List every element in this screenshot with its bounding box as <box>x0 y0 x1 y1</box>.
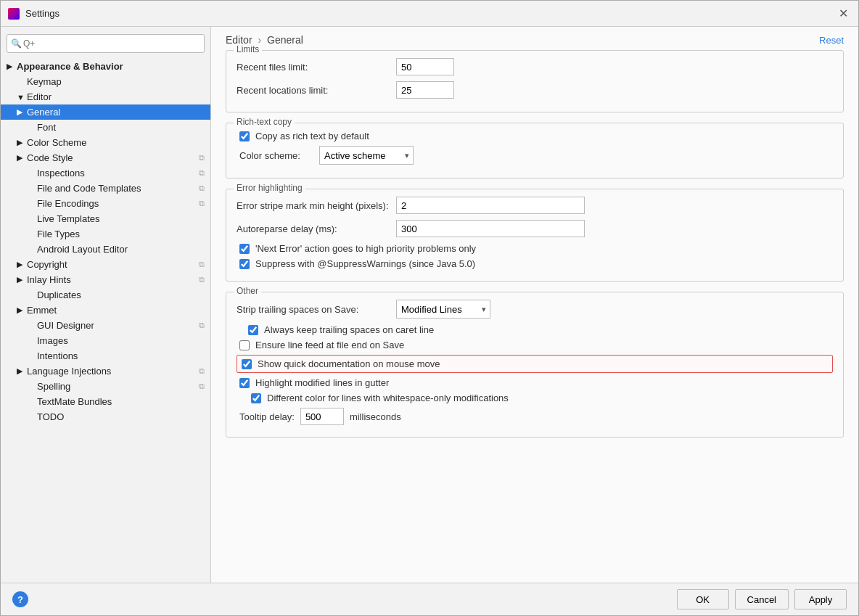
next-error-checkbox[interactable] <box>239 244 250 254</box>
app-icon <box>8 8 20 20</box>
highlight-modified-checkbox[interactable] <box>239 378 250 388</box>
sidebar-item-duplicates[interactable]: Duplicates <box>1 287 210 303</box>
rich-text-section-title: Rich-text copy <box>234 117 295 127</box>
autoreparse-label: Autoreparse delay (ms): <box>237 223 396 234</box>
copy-rich-label: Copy as rich text by default <box>255 131 369 141</box>
help-button[interactable]: ? <box>12 591 28 607</box>
highlight-modified-label: Highlight modified lines in gutter <box>255 377 389 388</box>
title-bar: Settings ✕ <box>1 1 858 27</box>
stripe-mark-label: Error stripe mark min height (pixels): <box>237 200 396 211</box>
sidebar: 🔍 ▶ Appearance & Behavior Keymap ▼ Edito… <box>1 27 211 583</box>
show-quick-doc-checkbox[interactable] <box>242 359 252 369</box>
different-color-label: Different color for lines with whitespac… <box>267 393 509 403</box>
limits-section-title: Limits <box>234 44 262 54</box>
keep-trailing-checkbox[interactable] <box>248 325 258 335</box>
sidebar-item-file-encodings[interactable]: File Encodings ⧉ <box>1 196 210 211</box>
different-color-checkbox[interactable] <box>251 393 261 403</box>
ok-button[interactable]: OK <box>677 589 729 609</box>
ensure-line-feed-checkbox[interactable] <box>239 340 250 350</box>
recent-locations-label: Recent locations limit: <box>237 85 396 96</box>
sidebar-item-intentions[interactable]: Intentions <box>1 348 210 364</box>
rich-text-section: Rich-text copy Copy as rich text by defa… <box>226 123 844 178</box>
cancel-button[interactable]: Cancel <box>735 589 789 609</box>
sidebar-item-editor[interactable]: ▼ Editor <box>1 89 210 104</box>
strip-trailing-label: Strip trailing spaces on Save: <box>237 304 396 315</box>
strip-trailing-select[interactable]: Modified Lines All None <box>396 300 490 319</box>
reset-link[interactable]: Reset <box>819 35 844 46</box>
error-highlighting-section: Error highlighting Error stripe mark min… <box>226 189 844 282</box>
apply-button[interactable]: Apply <box>794 589 847 609</box>
next-error-row: 'Next Error' action goes to high priorit… <box>237 243 833 254</box>
other-section-title: Other <box>234 286 261 296</box>
dialog-footer: ? OK Cancel Apply <box>1 583 858 615</box>
sidebar-item-keymap[interactable]: Keymap <box>1 74 210 89</box>
copy-icon-language-injections: ⧉ <box>199 366 205 376</box>
show-quick-doc-row: Show quick documentation on mouse move <box>237 355 833 373</box>
sidebar-item-code-style[interactable]: ▶ Code Style ⧉ <box>1 150 210 165</box>
show-quick-doc-label: Show quick documentation on mouse move <box>258 358 440 369</box>
search-input[interactable] <box>7 34 205 53</box>
sidebar-item-color-scheme[interactable]: ▶ Color Scheme <box>1 135 210 150</box>
recent-files-input[interactable] <box>396 58 454 75</box>
suppress-row: Suppress with @SuppressWarnings (since J… <box>237 258 833 269</box>
copy-rich-checkbox[interactable] <box>239 131 250 141</box>
recent-locations-input[interactable] <box>396 81 454 99</box>
sidebar-item-language-injections[interactable]: ▶ Language Injections ⧉ <box>1 364 210 379</box>
sidebar-item-file-types[interactable]: File Types <box>1 226 210 242</box>
main-body: Limits Recent files limit: Recent locati… <box>211 50 858 583</box>
sidebar-item-appearance[interactable]: ▶ Appearance & Behavior <box>1 59 210 74</box>
main-header: Editor › General Reset <box>211 27 858 50</box>
close-button[interactable]: ✕ <box>836 7 851 20</box>
autoreparse-input[interactable] <box>396 220 585 237</box>
keep-trailing-row: Always keep trailing spaces on caret lin… <box>237 324 833 335</box>
settings-dialog: Settings ✕ 🔍 ▶ Appearance & Behavior Key… <box>0 0 859 616</box>
copy-icon-inspections: ⧉ <box>199 168 205 178</box>
limits-section: Limits Recent files limit: Recent locati… <box>226 50 844 112</box>
expand-arrow-code-style: ▶ <box>17 153 27 163</box>
dialog-title: Settings <box>25 8 836 19</box>
different-color-row: Different color for lines with whitespac… <box>237 393 833 403</box>
copy-icon-inlay-hints: ⧉ <box>199 275 205 284</box>
sidebar-item-android-layout-editor[interactable]: Android Layout Editor <box>1 242 210 257</box>
stripe-mark-input[interactable] <box>396 197 585 214</box>
copy-icon-file-encodings: ⧉ <box>199 199 205 208</box>
color-scheme-select-wrapper: Active scheme Default Custom <box>319 146 414 165</box>
search-icon: 🔍 <box>11 38 22 49</box>
tooltip-delay-unit: milliseconds <box>350 411 401 422</box>
tooltip-delay-input[interactable] <box>300 408 344 425</box>
sidebar-item-file-code-templates[interactable]: File and Code Templates ⧉ <box>1 181 210 196</box>
recent-files-label: Recent files limit: <box>237 62 396 73</box>
sidebar-item-copyright[interactable]: ▶ Copyright ⧉ <box>1 257 210 272</box>
color-scheme-row: Color scheme: Active scheme Default Cust… <box>237 146 833 165</box>
copy-icon-copyright: ⧉ <box>199 260 205 269</box>
footer-right: OK Cancel Apply <box>677 589 847 609</box>
sidebar-item-images[interactable]: Images <box>1 333 210 348</box>
sidebar-item-textmate-bundles[interactable]: TextMate Bundles <box>1 394 210 409</box>
expand-arrow-color-scheme: ▶ <box>17 138 27 147</box>
sidebar-item-live-templates[interactable]: Live Templates <box>1 211 210 226</box>
sidebar-item-font[interactable]: Font <box>1 120 210 135</box>
sidebar-item-spelling[interactable]: Spelling ⧉ <box>1 379 210 394</box>
sidebar-item-gui-designer[interactable]: GUI Designer ⧉ <box>1 318 210 333</box>
sidebar-item-inlay-hints[interactable]: ▶ Inlay Hints ⧉ <box>1 272 210 287</box>
ensure-line-feed-label: Ensure line feed at file end on Save <box>255 340 404 350</box>
tooltip-delay-row: Tooltip delay: milliseconds <box>237 408 833 425</box>
sidebar-item-emmet[interactable]: ▶ Emmet <box>1 303 210 318</box>
expand-arrow-copyright: ▶ <box>17 260 27 269</box>
tooltip-delay-label: Tooltip delay: <box>239 411 295 422</box>
search-box: 🔍 <box>7 34 205 53</box>
main-content: Editor › General Reset Limits Recent fil… <box>211 27 858 583</box>
copy-rich-row: Copy as rich text by default <box>237 131 833 141</box>
strip-trailing-select-wrapper: Modified Lines All None <box>396 300 490 319</box>
sidebar-item-general[interactable]: ▶ General <box>1 104 210 120</box>
color-scheme-select[interactable]: Active scheme Default Custom <box>319 146 414 165</box>
color-scheme-label: Color scheme: <box>239 150 312 161</box>
expand-arrow-editor: ▼ <box>17 93 27 102</box>
strip-trailing-row: Strip trailing spaces on Save: Modified … <box>237 300 833 319</box>
suppress-label: Suppress with @SuppressWarnings (since J… <box>255 258 475 269</box>
sidebar-item-inspections[interactable]: Inspections ⧉ <box>1 165 210 181</box>
ensure-line-feed-row: Ensure line feed at file end on Save <box>237 340 833 350</box>
suppress-checkbox[interactable] <box>239 259 250 269</box>
copy-icon-spelling: ⧉ <box>199 382 205 391</box>
sidebar-item-todo[interactable]: TODO <box>1 409 210 424</box>
